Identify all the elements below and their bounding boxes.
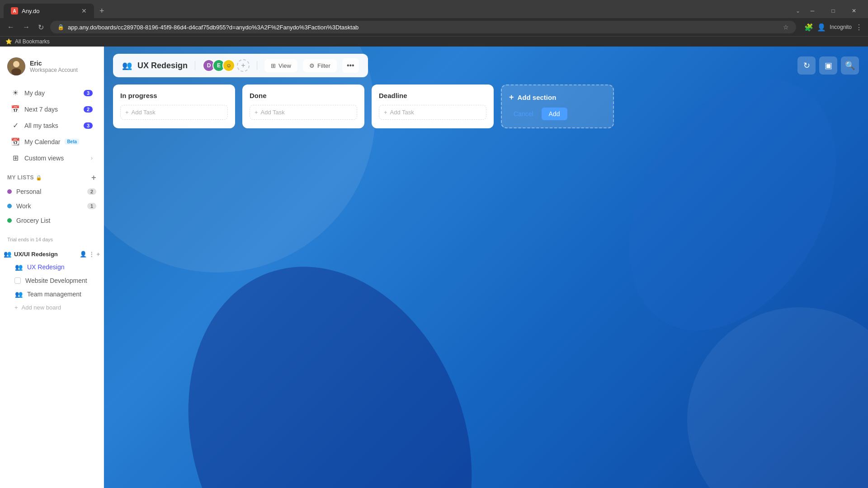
trial-text: Trial ends in 14 days xyxy=(7,237,96,242)
avatar[interactable] xyxy=(7,57,25,75)
user-subtitle: Workspace Account xyxy=(30,67,78,73)
profile-icon[interactable]: 👤 xyxy=(817,23,826,32)
add-list-button[interactable]: + xyxy=(91,174,96,182)
column-deadline-header: Deadline xyxy=(379,92,486,99)
reload-button[interactable]: ↻ xyxy=(36,21,46,33)
sidebar: Eric Workspace Account ☀ My day 3 📅 Next… xyxy=(0,47,104,488)
board-title-text[interactable]: UX Redesign xyxy=(137,61,188,70)
add-member-button[interactable]: + xyxy=(237,59,250,72)
add-task-done-label: Add Task xyxy=(261,109,285,116)
back-button[interactable]: ← xyxy=(5,21,16,33)
filter-button[interactable]: ⚙ Filter xyxy=(303,59,337,72)
tab-close-button[interactable]: ✕ xyxy=(81,7,87,14)
address-text: app.any.do/boards/cc289708-8196-45f9-86d… xyxy=(68,24,779,31)
active-tab[interactable]: A Any.do ✕ xyxy=(4,4,94,18)
tab-controls: ⌄ xyxy=(796,8,800,14)
window-controls: ─ □ ✕ xyxy=(802,4,864,18)
star-icon[interactable]: ☆ xyxy=(783,23,789,31)
board-item-website-dev[interactable]: Website Development xyxy=(0,274,104,287)
add-task-deadline-button[interactable]: + Add Task xyxy=(379,105,486,120)
column-in-progress-title: In progress xyxy=(120,92,157,99)
website-dev-checkbox xyxy=(14,277,21,284)
workspace-header[interactable]: 👥 UX/UI Redesign 👤 ⋮ + xyxy=(0,248,104,260)
bookmarks-label[interactable]: All Bookmarks xyxy=(15,38,50,45)
workspace-label: UX/UI Redesign xyxy=(14,251,58,258)
board-title-section: 👥 UX Redesign D E ☺ + ⊞ View xyxy=(113,54,368,77)
personal-badge: 2 xyxy=(87,188,96,195)
workspace-more-icon[interactable]: ⋮ xyxy=(89,251,94,258)
add-task-done-button[interactable]: + Add Task xyxy=(250,105,357,120)
tab-bar: A Any.do ✕ + ⌄ ─ □ ✕ xyxy=(0,0,868,18)
svg-point-1 xyxy=(13,61,19,67)
main-content: 👥 UX Redesign D E ☺ + ⊞ View xyxy=(104,47,868,488)
trial-section: Trial ends in 14 days xyxy=(0,233,104,248)
new-tab-button[interactable]: + xyxy=(96,5,108,18)
add-task-label: Add Task xyxy=(132,109,156,116)
forward-button[interactable]: → xyxy=(21,21,32,33)
sidebar-item-next-7-days[interactable]: 📅 Next 7 days 2 xyxy=(4,101,100,117)
column-in-progress-header: In progress xyxy=(120,92,228,99)
bookmarks-icon: ⭐ xyxy=(5,38,12,45)
list-item-personal[interactable]: Personal 2 xyxy=(0,185,104,198)
minimize-button[interactable]: ─ xyxy=(802,4,823,18)
lock-icon: 🔒 xyxy=(57,24,64,30)
my-day-badge: 3 xyxy=(84,90,93,96)
extension-icon[interactable]: 🧩 xyxy=(804,23,813,32)
beta-badge: Beta xyxy=(65,139,79,145)
ux-redesign-icon: 👥 xyxy=(14,263,23,271)
next-7-days-label: Next 7 days xyxy=(24,106,58,113)
grocery-dot xyxy=(7,218,12,223)
column-done: Done + Add Task xyxy=(242,84,364,128)
tab-scroll-down[interactable]: ⌄ xyxy=(796,8,800,14)
filter-label: Filter xyxy=(317,62,330,69)
sidebar-item-all-tasks[interactable]: ✓ All my tasks 3 xyxy=(4,117,100,133)
sidebar-item-calendar[interactable]: 📆 My Calendar Beta xyxy=(4,134,100,150)
board-item-team-mgmt[interactable]: 👥 Team management xyxy=(0,287,104,301)
calendar-icon: 📆 xyxy=(11,137,20,146)
sidebar-item-custom-views[interactable]: ⊞ Custom views › xyxy=(4,150,100,166)
more-options-button[interactable]: ••• xyxy=(342,58,359,73)
close-button[interactable]: ✕ xyxy=(844,4,864,18)
all-tasks-label: All my tasks xyxy=(24,122,58,129)
workspace-settings-icon[interactable]: 👤 xyxy=(80,251,87,258)
view-button[interactable]: ⊞ View xyxy=(264,59,297,72)
calendar-label: My Calendar xyxy=(24,138,60,145)
cancel-button[interactable]: Cancel xyxy=(509,108,538,120)
grocery-label: Grocery List xyxy=(16,217,50,224)
address-bar[interactable]: 🔒 app.any.do/boards/cc289708-8196-45f9-8… xyxy=(50,21,796,33)
add-board-plus-icon: + xyxy=(14,304,18,311)
add-task-in-progress-button[interactable]: + Add Task xyxy=(120,105,228,120)
avatar-smiley[interactable]: ☺ xyxy=(222,59,235,72)
address-icons: ☆ xyxy=(783,23,789,31)
maximize-button[interactable]: □ xyxy=(823,4,844,18)
menu-icon[interactable]: ⋮ xyxy=(855,23,863,32)
column-done-header: Done xyxy=(250,92,357,99)
refresh-button[interactable]: ↻ xyxy=(797,56,816,75)
address-bar-row: ← → ↻ 🔒 app.any.do/boards/cc289708-8196-… xyxy=(0,18,868,36)
list-item-grocery[interactable]: Grocery List xyxy=(0,214,104,227)
add-task-plus-icon: + xyxy=(125,109,129,116)
user-info: Eric Workspace Account xyxy=(30,60,78,73)
column-in-progress: In progress + Add Task xyxy=(113,84,235,128)
columns-container: In progress + Add Task Done + Add Task xyxy=(104,84,868,137)
nav-section: ☀ My day 3 📅 Next 7 days 2 ✓ All my task… xyxy=(0,83,104,168)
search-button[interactable]: 🔍 xyxy=(841,56,859,75)
workspace-section: Trial ends in 14 days 👥 UX/UI Redesign 👤… xyxy=(0,233,104,314)
workspace-add-icon[interactable]: + xyxy=(96,251,100,258)
chevron-right-icon: › xyxy=(91,155,93,161)
all-tasks-icon: ✓ xyxy=(11,121,20,130)
add-section-button[interactable]: Add xyxy=(542,108,567,120)
lock-icon: 🔒 xyxy=(36,175,42,181)
next-7-days-icon: 📅 xyxy=(11,105,20,113)
work-label: Work xyxy=(16,202,31,210)
sidebar-item-my-day[interactable]: ☀ My day 3 xyxy=(4,85,100,101)
divider xyxy=(195,61,195,70)
add-board-button[interactable]: + Add new board xyxy=(0,301,104,314)
layout-button[interactable]: ▣ xyxy=(819,56,837,75)
work-dot xyxy=(7,204,12,208)
board-background: 👥 UX Redesign D E ☺ + ⊞ View xyxy=(104,47,868,488)
list-item-work[interactable]: Work 1 xyxy=(0,199,104,213)
board-item-ux-redesign[interactable]: 👥 UX Redesign xyxy=(0,260,104,274)
add-section-header[interactable]: + Add section xyxy=(509,93,606,102)
add-section-column: + Add section Cancel Add xyxy=(501,84,614,128)
